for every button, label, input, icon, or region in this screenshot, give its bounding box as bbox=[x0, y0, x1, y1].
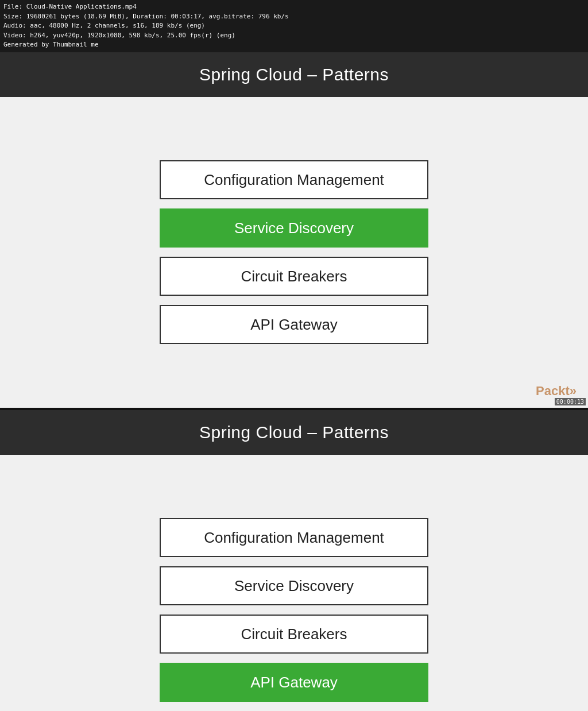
file-info-line4: Video: h264, yuv420p, 1920x1080, 598 kb/… bbox=[3, 31, 585, 41]
slide2-item-gateway: API Gateway bbox=[160, 663, 428, 702]
file-info-line1: File: Cloud-Native Applications.mp4 bbox=[3, 2, 585, 12]
slide1-item-circuit: Circuit Breakers bbox=[160, 257, 428, 296]
slide-2: Spring Cloud – Patterns Configuration Ma… bbox=[0, 410, 588, 712]
slide1-content: Configuration Management Service Discove… bbox=[0, 97, 588, 408]
slide1-item-config: Configuration Management bbox=[160, 160, 428, 199]
slide2-title: Spring Cloud – Patterns bbox=[199, 423, 389, 442]
slide-1: Spring Cloud – Patterns Configuration Ma… bbox=[0, 52, 588, 408]
slide1-item-gateway: API Gateway bbox=[160, 305, 428, 344]
slide1-title: Spring Cloud – Patterns bbox=[199, 65, 389, 84]
file-info-line5: Generated by Thumbnail me bbox=[3, 40, 585, 50]
slide2-item-circuit: Circuit Breakers bbox=[160, 615, 428, 654]
slide2-header: Spring Cloud – Patterns bbox=[0, 410, 588, 455]
slide1-header: Spring Cloud – Patterns bbox=[0, 52, 588, 97]
slide2-item-config: Configuration Management bbox=[160, 518, 428, 557]
file-info-bar: File: Cloud-Native Applications.mp4 Size… bbox=[0, 0, 588, 52]
file-info-line2: Size: 19600261 bytes (18.69 MiB), Durati… bbox=[3, 12, 585, 22]
file-info-line3: Audio: aac, 48000 Hz, 2 channels, s16, 1… bbox=[3, 21, 585, 31]
slide1-timestamp: 00:00:13 bbox=[555, 398, 586, 405]
slide1-item-discovery: Service Discovery bbox=[160, 208, 428, 248]
slide2-item-discovery: Service Discovery bbox=[160, 566, 428, 605]
slide2-content: Configuration Management Service Discove… bbox=[0, 455, 588, 712]
slide1-packt-logo: Packt» bbox=[536, 384, 577, 399]
